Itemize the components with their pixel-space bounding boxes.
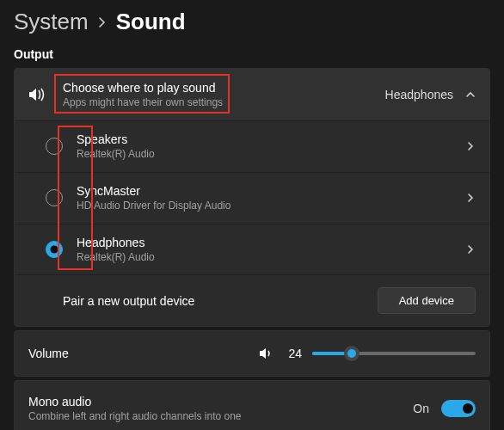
- volume-value: 24: [285, 347, 302, 360]
- choose-output-title: Choose where to play sound: [63, 80, 385, 95]
- pair-device-label: Pair a new output device: [63, 293, 378, 309]
- add-device-button[interactable]: Add device: [378, 287, 476, 314]
- output-section-label: Output: [14, 47, 490, 61]
- breadcrumb: System Sound: [14, 9, 490, 35]
- volume-icon[interactable]: [259, 347, 274, 360]
- mono-audio-card: Mono audio Combine left and right audio …: [14, 380, 490, 430]
- device-row-speakers[interactable]: Speakers Realtek(R) Audio: [15, 120, 489, 172]
- device-name: Headphones: [77, 235, 465, 250]
- device-row-headphones[interactable]: Headphones Realtek(R) Audio: [15, 224, 489, 275]
- radio-headphones[interactable]: [46, 241, 63, 258]
- device-driver: Realtek(R) Audio: [77, 148, 465, 162]
- mono-state-label: On: [413, 402, 429, 415]
- chevron-right-icon: [97, 17, 108, 28]
- mono-toggle[interactable]: [441, 400, 476, 417]
- device-name: SyncMaster: [77, 183, 465, 199]
- radio-speakers[interactable]: [46, 138, 63, 155]
- choose-output-row[interactable]: Choose where to play sound Apps might ha…: [15, 69, 489, 120]
- selected-device-label: Headphones: [385, 88, 453, 101]
- mono-audio-subtitle: Combine left and right audio channels in…: [28, 410, 413, 424]
- chevron-up-icon: [465, 89, 476, 100]
- page-title: Sound: [116, 9, 186, 35]
- device-driver: Realtek(R) Audio: [77, 251, 465, 265]
- mono-audio-title: Mono audio: [28, 394, 413, 409]
- device-row-syncmaster[interactable]: SyncMaster HD Audio Driver for Display A…: [15, 172, 489, 224]
- device-name: Speakers: [77, 132, 465, 147]
- breadcrumb-parent[interactable]: System: [14, 9, 89, 35]
- choose-output-subtitle: Apps might have their own settings: [63, 96, 385, 110]
- speaker-icon: [28, 87, 63, 102]
- pair-device-row: Pair a new output device Add device: [15, 274, 489, 326]
- chevron-right-icon[interactable]: [465, 193, 476, 203]
- output-card: Choose where to play sound Apps might ha…: [14, 68, 490, 327]
- volume-card: Volume 24: [14, 330, 490, 377]
- mono-audio-row[interactable]: Mono audio Combine left and right audio …: [15, 381, 489, 430]
- device-driver: HD Audio Driver for Display Audio: [77, 200, 465, 213]
- chevron-right-icon[interactable]: [465, 141, 476, 151]
- volume-label: Volume: [28, 347, 69, 360]
- chevron-right-icon[interactable]: [465, 244, 476, 255]
- volume-slider[interactable]: [312, 352, 476, 355]
- radio-syncmaster[interactable]: [46, 189, 63, 206]
